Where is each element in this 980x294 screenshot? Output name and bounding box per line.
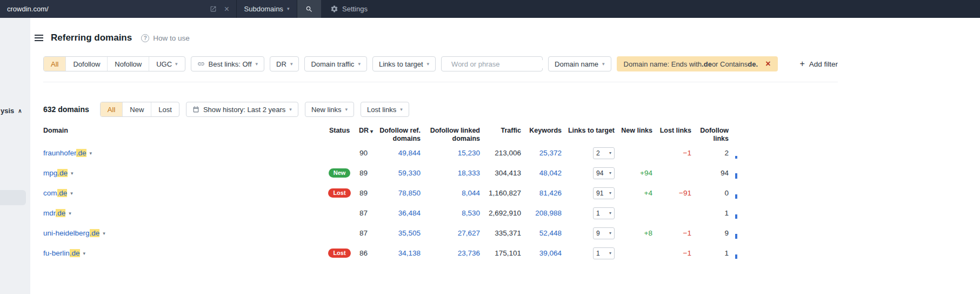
sidebar-section-toggle[interactable]: ysis ∧ (1, 107, 22, 115)
lost-links-dropdown[interactable]: Lost links ▾ (361, 102, 409, 117)
domain-dropdown-icon[interactable]: ▾ (70, 191, 73, 196)
remove-filter-icon[interactable]: × (765, 60, 770, 68)
table-row: fraunhofer.de▾ 90 49,844 15,230 213,006 … (43, 143, 747, 163)
dofollow-linked-domains-link[interactable]: 23,736 (458, 249, 480, 257)
best-links-dropdown[interactable]: Best links: Off ▾ (191, 56, 265, 71)
header-keywords[interactable]: Keywords (521, 127, 562, 135)
dofollow-linked-domains-link[interactable]: 15,230 (458, 149, 480, 157)
chevron-down-icon: ▾ (609, 211, 611, 215)
domain-link[interactable]: mdr.de (43, 209, 65, 217)
chevron-down-icon: ▾ (345, 107, 348, 112)
header-new-links[interactable]: New links (615, 127, 652, 135)
clear-url-icon[interactable]: × (224, 5, 229, 14)
header-domain[interactable]: Domain (43, 127, 324, 135)
keywords-link[interactable]: 39,064 (539, 249, 562, 257)
links-to-target-select[interactable]: 9▾ (593, 227, 615, 239)
domain-name-dropdown[interactable]: Domain name ▾ (548, 56, 611, 71)
status-tab-all[interactable]: All (101, 102, 122, 116)
header-traffic[interactable]: Traffic (480, 127, 521, 135)
lost-links-value: −91 (652, 189, 691, 197)
domain-link[interactable]: mpg.de (43, 169, 68, 177)
follow-filter-group: All Dofollow Nofollow UGC▾ (43, 56, 185, 71)
new-links-value: +4 (615, 189, 652, 197)
domain-link[interactable]: fraunhofer.de (43, 149, 86, 157)
dofollow-ref-domains-link[interactable]: 59,330 (398, 169, 421, 177)
external-link-icon[interactable] (210, 5, 217, 12)
dofollow-links-value: 1 (691, 209, 729, 217)
traffic-value: 304,413 (480, 169, 521, 177)
traffic-value: 335,371 (480, 229, 521, 237)
dofollow-ref-domains-link[interactable]: 78,850 (398, 189, 421, 197)
dofollow-ref-domains-link[interactable]: 49,844 (398, 149, 421, 157)
dr-filter-dropdown[interactable]: DR ▾ (270, 56, 299, 71)
spark-bar (735, 194, 737, 199)
links-to-target-dropdown[interactable]: Links to target ▾ (372, 56, 436, 71)
dofollow-linked-domains-link[interactable]: 27,627 (458, 229, 480, 237)
filter-tab-ugc[interactable]: UGC▾ (149, 57, 184, 71)
word-search-input[interactable] (451, 60, 546, 68)
domain-traffic-dropdown[interactable]: Domain traffic ▾ (304, 56, 367, 71)
links-to-target-select[interactable]: 1▾ (593, 247, 615, 259)
links-to-target-select[interactable]: 2▾ (593, 147, 615, 159)
links-to-target-select[interactable]: 1▾ (593, 207, 615, 219)
status-filter-group: All New Lost (100, 102, 179, 117)
dofollow-ref-domains-link[interactable]: 36,484 (398, 209, 421, 217)
keywords-link[interactable]: 81,426 (539, 189, 562, 197)
status-badge: Lost (328, 188, 350, 198)
traffic-value: 1,160,827 (480, 189, 521, 197)
traffic-value: 2,692,910 (480, 209, 521, 217)
target-url-input[interactable] (7, 5, 204, 13)
header-dofollow-ref[interactable]: Dofollow ref. domains (373, 127, 421, 143)
links-to-target-select[interactable]: 91▾ (593, 187, 615, 199)
domain-dropdown-icon[interactable]: ▾ (90, 151, 92, 156)
chevron-down-icon: ▾ (609, 231, 611, 236)
sidebar-cropped: ysis ∧ (0, 18, 30, 294)
dofollow-linked-domains-link[interactable]: 8,044 (462, 189, 480, 197)
referring-domains-table: Domain Status DR▾ Dofollow ref. domains … (43, 127, 747, 263)
status-tab-lost[interactable]: Lost (151, 102, 179, 116)
sidebar-collapsed-item[interactable] (0, 190, 26, 205)
domain-dropdown-icon[interactable]: ▾ (83, 251, 86, 256)
filter-tab-all[interactable]: All (44, 57, 65, 71)
dofollow-linked-domains-link[interactable]: 8,530 (462, 209, 480, 217)
keywords-link[interactable]: 25,372 (539, 149, 562, 157)
dr-value: 87 (355, 209, 373, 217)
header-dr[interactable]: DR▾ (355, 127, 373, 135)
status-tab-new[interactable]: New (122, 102, 151, 116)
keywords-link[interactable]: 208,988 (535, 209, 562, 217)
filter-tab-nofollow[interactable]: Nofollow (107, 57, 149, 71)
domain-link[interactable]: fu-berlin.de (43, 249, 80, 257)
domain-dropdown-icon[interactable]: ▾ (69, 211, 71, 216)
domain-link[interactable]: uni-heidelberg.de (43, 229, 99, 237)
dofollow-ref-domains-link[interactable]: 35,505 (398, 229, 421, 237)
header-dofollow-linked[interactable]: Dofollow linked domains (421, 127, 480, 143)
show-history-dropdown[interactable]: Show history: Last 2 years ▾ (186, 102, 298, 117)
header-status[interactable]: Status (324, 127, 355, 135)
settings-button[interactable]: Settings (330, 0, 368, 18)
header-lost-links[interactable]: Lost links (652, 127, 691, 135)
menu-icon[interactable] (35, 35, 43, 41)
page-title: Referring domains (51, 32, 132, 43)
search-button[interactable] (297, 0, 321, 18)
chevron-down-icon: ▾ (609, 191, 611, 195)
domain-dropdown-icon[interactable]: ▾ (71, 171, 74, 176)
match-highlight: .de (70, 249, 80, 257)
header-dofollow-links[interactable]: Dofollow links (691, 127, 729, 143)
filter-tab-dofollow[interactable]: Dofollow (65, 57, 107, 71)
subdomains-mode-dropdown[interactable]: Subdomains ▾ (236, 0, 297, 18)
dofollow-linked-domains-link[interactable]: 18,333 (458, 169, 480, 177)
results-toolbar: 632 domains All New Lost Show history: L… (43, 102, 980, 117)
dofollow-ref-domains-link[interactable]: 34,138 (398, 249, 421, 257)
add-filter-button[interactable]: + Add filter (799, 60, 838, 68)
header-links-to-target[interactable]: Links to target (562, 127, 615, 135)
keywords-link[interactable]: 48,042 (539, 169, 562, 177)
domain-dropdown-icon[interactable]: ▾ (103, 231, 105, 236)
domain-link[interactable]: com.de (43, 189, 67, 197)
links-to-target-select[interactable]: 94▾ (593, 167, 615, 179)
chevron-down-icon: ▾ (175, 62, 178, 67)
how-to-use-link[interactable]: ? How to use (141, 34, 190, 42)
chevron-down-icon: ▾ (290, 62, 293, 67)
keywords-link[interactable]: 52,448 (539, 229, 562, 237)
link-icon (197, 60, 205, 68)
new-links-dropdown[interactable]: New links ▾ (305, 102, 354, 117)
